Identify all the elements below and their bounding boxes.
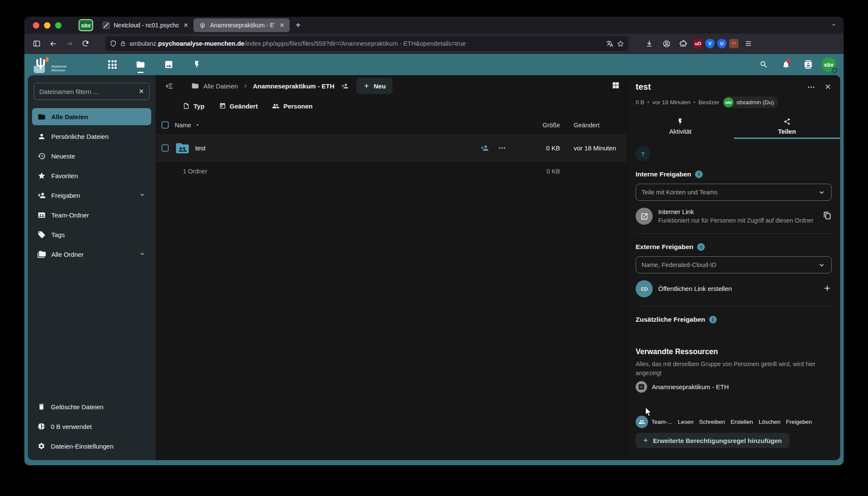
owner-pill[interactable]: sbx sbxadmin (Du)	[722, 97, 778, 108]
info-icon[interactable]: i	[697, 243, 705, 251]
perm-read[interactable]: Lesen	[678, 419, 694, 425]
url-bar[interactable]: ambulanz.psychoanalyse-muenchen.de/index…	[106, 36, 628, 51]
perm-write[interactable]: Schreiben	[699, 419, 725, 425]
sidebar-item-all-folders[interactable]: Alle Ordner	[32, 246, 151, 263]
share-person-plus-icon[interactable]	[481, 144, 489, 152]
minimize-window-button[interactable]	[44, 22, 50, 29]
row-checkbox[interactable]	[161, 144, 169, 152]
add-rule-label: Erweiterte Berechtigungsregel hinzufügen	[653, 437, 782, 444]
photos-app-icon[interactable]	[159, 54, 178, 75]
column-name[interactable]: Name	[175, 122, 512, 129]
shared-person-plus-icon[interactable]	[341, 82, 349, 90]
sidebar-item-personal-files[interactable]: Persönliche Dateien	[32, 128, 151, 145]
notifications-bell-icon[interactable]	[777, 55, 795, 74]
blue-shield-u-icon[interactable]: U	[717, 39, 727, 48]
sidebar-item-team-folders[interactable]: Team-Ordner	[32, 206, 151, 223]
column-size[interactable]: Größe	[512, 122, 560, 129]
contacts-icon[interactable]	[799, 55, 817, 74]
filter-chip-type[interactable]: Typ	[183, 103, 205, 110]
avatar-initials: sbx	[824, 62, 833, 68]
select-all-checkbox[interactable]	[161, 121, 169, 129]
translate-icon[interactable]	[606, 40, 613, 47]
blue-shield-v-icon[interactable]: V	[705, 39, 715, 48]
user-avatar[interactable]: sbx	[821, 57, 836, 72]
lightning-icon	[677, 118, 684, 125]
more-actions-icon[interactable]	[498, 144, 506, 152]
breadcrumb-root[interactable]: Alle Dateien	[203, 82, 238, 90]
sharing-help-button[interactable]: ?	[636, 147, 650, 161]
dashboard-app-icon[interactable]	[103, 54, 122, 75]
filter-chip-modified[interactable]: Geändert	[219, 103, 258, 110]
sidebar-toggle-icon[interactable]	[29, 37, 44, 50]
perm-share[interactable]: Freigeben	[786, 419, 812, 425]
external-share-placeholder: Name, Federated-Cloud-ID	[642, 261, 818, 268]
collapse-sidebar-icon[interactable]	[161, 78, 177, 94]
details-close-icon[interactable]	[824, 83, 832, 93]
menu-hamburger-icon[interactable]	[741, 37, 756, 50]
external-share-input[interactable]: Name, Federated-Cloud-ID	[636, 256, 832, 273]
clear-filter-icon[interactable]: ✕	[138, 88, 144, 95]
sidebar-item-deleted-files[interactable]: Gelöschte Dateien	[32, 398, 151, 415]
info-icon[interactable]: i	[695, 170, 703, 178]
unified-search-icon[interactable]	[755, 55, 773, 74]
sidebar-item-recent[interactable]: Neueste	[32, 147, 151, 164]
sidebar-item-favorites[interactable]: Favoriten	[32, 167, 151, 184]
browser-tab-active[interactable]: ψ Anamnesepraktikum - ETH - Alle ✕	[194, 18, 290, 32]
tab-close-icon[interactable]: ✕	[279, 22, 284, 29]
filename-filter-input[interactable]: Dateinamen filtern ... ✕	[34, 83, 150, 100]
reload-button[interactable]	[78, 37, 93, 50]
files-app-icon[interactable]	[131, 54, 150, 75]
grid-view-toggle-icon[interactable]	[612, 81, 620, 91]
internal-link-row[interactable]: Interner Link Funktioniert nur für Perso…	[636, 208, 832, 225]
perm-delete[interactable]: Löschen	[759, 419, 780, 425]
tab-overflow-chevron-icon[interactable]	[831, 22, 837, 29]
sidebar-item-tags[interactable]: Tags	[32, 226, 151, 243]
file-name[interactable]: test	[195, 144, 481, 152]
acl-permission-row[interactable]: Team-... Lesen Schreiben Erstellen Lösch…	[636, 416, 832, 428]
sidebar-item-quota[interactable]: 0 B verwendet	[32, 418, 151, 435]
tracking-shield-icon	[110, 40, 117, 47]
sidebar-item-label: Team-Ordner	[51, 211, 89, 219]
sidebar-item-label: Tags	[51, 231, 65, 238]
divider	[636, 233, 832, 234]
copy-link-icon[interactable]	[823, 211, 832, 222]
new-tab-button[interactable]: +	[296, 21, 301, 30]
zoom-window-button[interactable]	[55, 22, 62, 29]
sidebar-item-all-files[interactable]: Alle Dateien	[32, 108, 151, 125]
activity-app-icon[interactable]	[188, 54, 206, 75]
back-button[interactable]	[46, 37, 60, 50]
column-modified[interactable]: Geändert	[560, 122, 618, 129]
file-row-test[interactable]: test 0 KB vor 18 Minuten	[155, 135, 627, 161]
related-resource-item[interactable]: Anamnesepraktikum - ETH	[636, 381, 832, 393]
forward-button[interactable]	[62, 37, 76, 50]
sidebar-item-label: Alle Ordner	[51, 251, 84, 258]
downloads-icon[interactable]	[642, 37, 657, 50]
breadcrumb-current[interactable]: Anamnesepraktikum - ETH	[253, 82, 334, 90]
filter-chip-people[interactable]: Personen	[272, 103, 312, 110]
add-public-link-icon[interactable]	[823, 284, 832, 294]
details-more-icon[interactable]	[807, 83, 815, 93]
add-advanced-permission-rule-button[interactable]: + Erweiterte Berechtigungsregel hinzufüg…	[636, 433, 789, 448]
create-public-link-row[interactable]: Öffentlichen Link erstellen	[636, 280, 832, 297]
chevron-down-icon[interactable]	[139, 250, 146, 258]
tab-close-icon[interactable]: ✕	[183, 22, 188, 29]
chevron-down-icon[interactable]	[139, 191, 146, 200]
internal-share-input[interactable]: Teile mit Konten und Teams	[636, 184, 832, 201]
sidebar-item-files-settings[interactable]: Dateien-Einstellungen	[32, 437, 151, 455]
account-icon[interactable]	[659, 37, 674, 50]
sidebar-item-shares[interactable]: Freigaben	[32, 187, 151, 204]
extensions-puzzle-icon[interactable]	[676, 37, 691, 50]
info-icon[interactable]: i	[709, 316, 717, 323]
close-window-button[interactable]	[33, 22, 39, 29]
browser-tab-inactive[interactable]: Nextcloud - nc01.psychoanalyse ✕	[97, 18, 194, 32]
tab-activity[interactable]: Aktivität	[627, 115, 734, 139]
mask-face-extension-icon[interactable]	[729, 39, 739, 48]
perm-create[interactable]: Erstellen	[730, 419, 753, 425]
shared-folder-icon[interactable]	[175, 141, 190, 156]
nextcloud-instance-logo[interactable]: ψ AkademieMünchen	[33, 55, 83, 74]
trash-icon	[38, 403, 45, 411]
bookmark-star-icon[interactable]	[617, 40, 624, 47]
tab-sharing[interactable]: Teilen	[734, 115, 841, 139]
ublock-shield-icon[interactable]: uO	[693, 39, 703, 48]
new-button[interactable]: Neu	[356, 78, 393, 94]
